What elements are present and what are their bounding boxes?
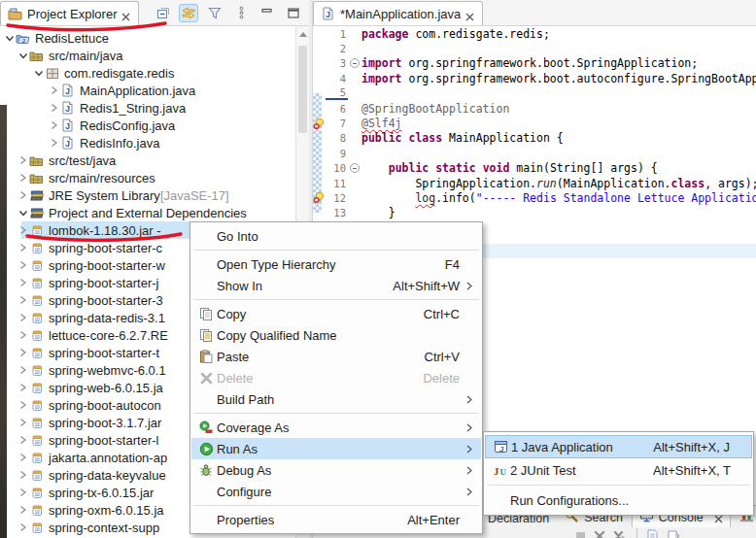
chevron-right-icon[interactable] — [17, 190, 28, 200]
code-line[interactable]: 9 — [313, 146, 756, 160]
tree-item[interactable]: JRedisConfig.java — [0, 117, 295, 134]
menu-item-copy-qualified-name[interactable]: Copy Qualified Name — [191, 324, 481, 346]
tree-item[interactable]: src/main/resources — [0, 169, 295, 186]
chevron-right-icon[interactable] — [17, 225, 28, 235]
code-line[interactable]: 10 public static void main(String[] args… — [313, 161, 756, 176]
view-menu-icon[interactable] — [231, 4, 251, 22]
chevron-right-icon[interactable] — [17, 173, 28, 183]
tree-item[interactable]: com.redisgate.redis — [0, 64, 295, 82]
src-folder-icon — [29, 171, 44, 185]
chevron-right-icon[interactable] — [17, 470, 28, 480]
close-icon[interactable] — [465, 10, 474, 18]
tree-item[interactable]: JRedisLettuce — [0, 29, 295, 47]
tree-item-label: spring-boot-starter-t — [49, 346, 159, 360]
chevron-right-icon[interactable] — [49, 120, 59, 130]
code-line[interactable]: 4import org.springframework.boot.autocon… — [313, 71, 756, 85]
submenu-item-1-java-application[interactable]: J1 Java ApplicationAlt+Shift+X, J — [485, 435, 752, 458]
menu-item-build-path[interactable]: Build Path — [191, 388, 481, 410]
chevron-right-icon[interactable] — [17, 313, 28, 322]
tree-item[interactable]: JRedis1_String.java — [0, 99, 295, 117]
chevron-right-icon[interactable] — [17, 260, 28, 270]
code-line[interactable]: 6@SpringBootApplication — [313, 101, 756, 116]
menu-item-shortcut: Delete — [423, 371, 464, 386]
chevron-right-icon[interactable] — [17, 330, 28, 340]
remove-launch-icon[interactable] — [594, 530, 605, 538]
chevron-right-icon[interactable] — [17, 365, 28, 375]
chevron-right-icon[interactable] — [17, 488, 28, 497]
chevron-right-icon[interactable] — [17, 505, 28, 515]
code-line[interactable]: 12 log.info("----- Redis Standalone Lett… — [313, 190, 756, 205]
minimize-icon[interactable] — [258, 4, 277, 22]
code-token: .info( — [435, 191, 476, 205]
menu-item-configure[interactable]: Configure — [191, 481, 481, 502]
svg-text:J: J — [494, 465, 499, 477]
tab-project-explorer[interactable]: Project Explorer — [0, 1, 139, 25]
tree-item[interactable]: Project and External Dependencies — [0, 204, 295, 221]
code-line[interactable]: 3import org.springframework.boot.SpringA… — [313, 56, 756, 71]
code-line[interactable]: 7@Slf4j — [313, 116, 756, 130]
fold-collapse-icon[interactable] — [348, 163, 361, 173]
collapse-all-icon[interactable] — [153, 4, 172, 22]
menu-item-run-as[interactable]: Run As — [191, 438, 481, 459]
svg-text:10: 10 — [34, 265, 40, 270]
pin-console-icon[interactable] — [667, 529, 680, 538]
code-line[interactable]: 13 } — [313, 206, 756, 220]
filter-icon[interactable] — [205, 4, 224, 22]
chevron-right-icon[interactable] — [17, 278, 28, 287]
tree-item[interactable]: src/main/java — [0, 47, 295, 64]
tree-item[interactable]: JRedisInfo.java — [0, 134, 295, 151]
clear-console-icon[interactable] — [646, 529, 659, 538]
submenu-item-2-junit-test[interactable]: JU2 JUnit TestAlt+Shift+X, T — [485, 458, 752, 482]
remove-all-launches-icon[interactable] — [613, 530, 628, 538]
code-line[interactable]: 5 — [313, 86, 756, 101]
menu-item-open-type-hierarchy[interactable]: Open Type HierarchyF4 — [191, 253, 481, 275]
link-with-editor-icon[interactable] — [179, 4, 198, 22]
close-icon[interactable] — [121, 10, 130, 18]
code-text: import org.springframework.boot.autoconf… — [361, 72, 756, 85]
menu-item-debug-as[interactable]: Debug As — [191, 459, 481, 481]
terminate-icon[interactable] — [575, 530, 586, 538]
scrollbar-thumb[interactable] — [298, 46, 307, 133]
chevron-right-icon[interactable] — [17, 453, 28, 462]
menu-item-properties[interactable]: PropertiesAlt+Enter — [191, 509, 481, 530]
jar-icon: 10 — [29, 346, 44, 359]
code-line[interactable]: 11 SpringApplication.run(MainApplication… — [313, 176, 756, 190]
menu-item-copy[interactable]: CopyCtrl+C — [191, 303, 481, 324]
scroll-up-icon[interactable] — [299, 32, 307, 37]
code-line[interactable]: 2 — [313, 41, 756, 55]
chevron-down-icon[interactable] — [4, 33, 15, 43]
menu-item-show-in[interactable]: Show InAlt+Shift+W — [191, 275, 481, 296]
menu-item-coverage-as[interactable]: Coverage As — [191, 417, 481, 438]
chevron-right-icon[interactable] — [17, 383, 28, 392]
svg-text:10: 10 — [34, 283, 40, 287]
chevron-right-icon[interactable] — [17, 435, 28, 445]
code-token: , args); — [704, 177, 756, 190]
chevron-right-icon[interactable] — [17, 400, 28, 410]
chevron-right-icon[interactable] — [49, 138, 59, 148]
menu-item-delete[interactable]: DeleteDelete — [191, 367, 481, 388]
chevron-right-icon[interactable] — [17, 243, 28, 252]
chevron-right-icon[interactable] — [17, 418, 28, 427]
chevron-right-icon[interactable] — [49, 103, 59, 113]
chevron-right-icon[interactable] — [49, 85, 59, 95]
tree-item-label: spring-data-keyvalue — [49, 468, 166, 483]
tree-item[interactable]: src/test/java — [0, 151, 295, 169]
chevron-down-icon[interactable] — [33, 68, 44, 78]
tree-item[interactable]: JRE System Library [JavaSE-17] — [0, 186, 295, 204]
code-line[interactable]: 1package com.redisgate.redis; — [313, 26, 756, 41]
maximize-icon[interactable] — [284, 4, 303, 22]
coverage-icon — [195, 420, 217, 434]
chevron-right-icon[interactable] — [17, 522, 28, 532]
submenu-item-run-configurations[interactable]: Run Configurations... — [485, 488, 752, 512]
code-line[interactable]: 8public class MainApplication { — [313, 131, 756, 146]
chevron-right-icon[interactable] — [17, 155, 28, 165]
chevron-right-icon[interactable] — [17, 348, 28, 357]
chevron-right-icon[interactable] — [17, 295, 28, 305]
chevron-down-icon[interactable] — [17, 208, 28, 218]
chevron-down-icon[interactable] — [17, 50, 28, 60]
menu-item-go-into[interactable]: Go Into — [191, 225, 481, 247]
fold-collapse-icon[interactable] — [348, 58, 361, 68]
tree-item[interactable]: JMainApplication.java — [0, 82, 295, 99]
tab-mainapplication-java[interactable]: J *MainApplication.java — [313, 1, 483, 25]
menu-item-paste[interactable]: PasteCtrl+V — [191, 346, 481, 367]
